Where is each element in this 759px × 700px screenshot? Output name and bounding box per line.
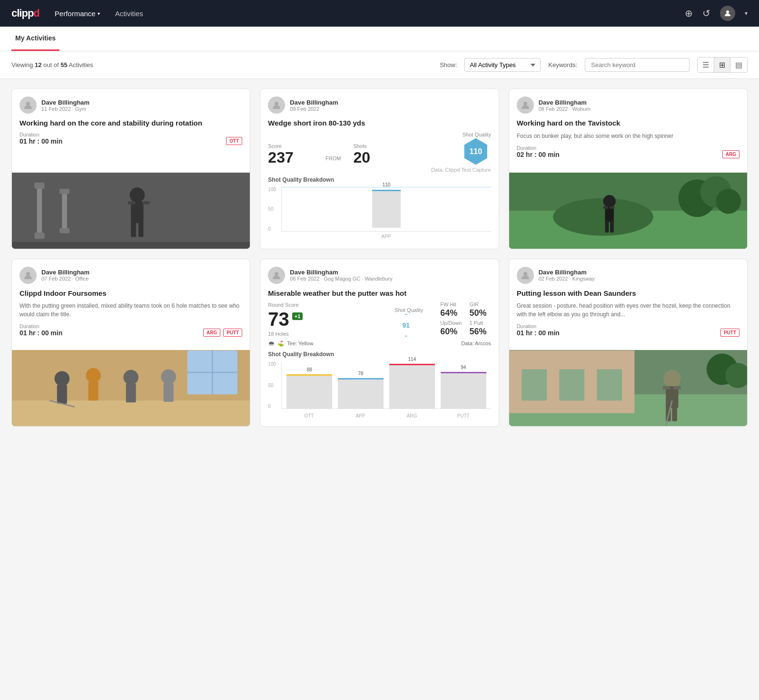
svg-rect-8 — [59, 228, 69, 233]
avatar — [517, 267, 534, 284]
card-date: 11 Feb 2022 · Gym — [41, 106, 89, 112]
gir-label: GIR — [469, 301, 491, 307]
refresh-icon[interactable]: ↺ — [702, 8, 710, 19]
score-badge: +1 — [292, 312, 303, 320]
card-gym[interactable]: Dave Billingham 11 Feb 2022 · Gym Workin… — [11, 88, 250, 249]
filterbar: Viewing 12 out of 55 Activities Show: Al… — [0, 51, 759, 79]
gir-val: 50% — [469, 308, 491, 318]
card-title: Putting lesson with Dean Saunders — [517, 289, 739, 298]
nav-performance[interactable]: Performance ▾ — [55, 10, 100, 18]
card-desc: With the putting green installed, mixed … — [20, 301, 242, 319]
card-date: 07 Feb 2022 · Office — [41, 276, 89, 282]
score-value: 237 — [268, 150, 313, 165]
view-toggle: ☰ ⊞ ▤ — [697, 57, 748, 73]
shot-quality-hex: 91 — [394, 314, 417, 337]
card-wedge[interactable]: Dave Billingham 09 Feb 2022 Wedge short … — [260, 88, 499, 249]
svg-point-20 — [553, 198, 653, 235]
svg-rect-58 — [672, 406, 677, 421]
user-chevron-icon: ▾ — [745, 10, 748, 17]
navbar-right: ⊕ ↺ ▾ — [685, 6, 748, 21]
svg-rect-6 — [62, 192, 67, 229]
tag-putt: PUTT — [720, 329, 739, 337]
svg-rect-27 — [609, 206, 614, 208]
card-tags: ARG PUTT — [203, 329, 242, 337]
svg-point-46 — [523, 272, 527, 276]
data-source: Data: Arccos — [461, 340, 491, 346]
shots-label: Shots — [353, 143, 398, 149]
score-label: Score — [268, 143, 313, 149]
svg-rect-4 — [34, 182, 44, 188]
brand-logo[interactable]: clippd — [11, 7, 39, 19]
svg-rect-55 — [662, 386, 670, 389]
duration-value: 01 hr : 00 min — [20, 137, 62, 145]
breakdown-title: Shot Quality Breakdown — [268, 351, 491, 358]
user-avatar[interactable] — [720, 6, 735, 21]
svg-rect-14 — [138, 221, 144, 237]
svg-point-24 — [603, 195, 615, 207]
tee-icon: ⛳ — [277, 340, 284, 347]
svg-rect-50 — [522, 369, 547, 400]
duration-value: 02 hr : 00 min — [517, 151, 560, 158]
nav-activities[interactable]: Activities — [115, 10, 143, 18]
duration-value: 01 hr : 00 min — [20, 329, 62, 337]
svg-rect-32 — [12, 400, 250, 426]
card-user-name: Dave Billingham — [41, 99, 89, 106]
from-label: FROM — [325, 156, 341, 165]
card-user-name: Dave Billingham — [290, 99, 338, 106]
tag-putt: PUTT — [223, 329, 242, 337]
svg-rect-15 — [12, 242, 250, 248]
svg-rect-3 — [37, 185, 42, 235]
fw-hit-label: FW Hit — [440, 301, 462, 307]
svg-rect-36 — [89, 382, 99, 400]
grid-view-button[interactable]: ⊞ — [714, 58, 730, 72]
avatar — [517, 97, 534, 114]
tee-row: 🌧 ⛳ Tee: Yellow Data: Arccos — [268, 340, 491, 347]
svg-point-30 — [26, 272, 30, 276]
activity-count: Viewing 12 out of 55 Activities — [11, 61, 93, 68]
svg-rect-29 — [610, 220, 614, 232]
card-title: Miserable weather but the putter was hot — [268, 289, 491, 298]
menu-view-button[interactable]: ▤ — [730, 58, 747, 72]
duration-label: Duration — [20, 132, 62, 137]
add-icon[interactable]: ⊕ — [685, 8, 693, 19]
activity-type-select[interactable]: All Activity Types — [464, 58, 541, 72]
svg-rect-26 — [603, 206, 608, 208]
avatar — [20, 97, 37, 114]
tab-my-activities[interactable]: My Activities — [11, 27, 59, 51]
card-date: 02 Feb 2022 · Kingsway — [539, 276, 595, 282]
svg-point-53 — [663, 370, 681, 388]
search-input[interactable] — [585, 58, 690, 72]
card-tags: PUTT — [720, 329, 739, 337]
tag-arg: ARG — [722, 150, 739, 158]
svg-rect-10 — [131, 201, 143, 223]
card-round[interactable]: Dave Billingham 06 Feb 2022 · Gog Magog … — [260, 259, 499, 427]
holes-label: 18 Holes — [268, 331, 303, 337]
svg-rect-5 — [34, 233, 44, 239]
svg-rect-54 — [666, 386, 678, 408]
card-image-office — [12, 350, 250, 426]
tag-arg: ARG — [203, 329, 220, 337]
svg-point-37 — [123, 370, 138, 385]
svg-point-17 — [523, 102, 527, 106]
card-user-name: Dave Billingham — [41, 269, 89, 276]
card-desc: Focus on bunker play, but also some work… — [517, 132, 739, 140]
brand-name-d: d — [33, 7, 39, 19]
card-title: Clippd Indoor Foursomes — [20, 289, 242, 298]
card-tavistock[interactable]: Dave Billingham 08 Feb 2022 · Woburn Wor… — [509, 88, 748, 249]
svg-point-35 — [86, 368, 101, 383]
round-score-label: Round Score — [268, 302, 303, 308]
tag-ott: OTT — [226, 137, 242, 145]
card-foursomes[interactable]: Dave Billingham 07 Feb 2022 · Office Cli… — [11, 259, 250, 427]
svg-rect-13 — [131, 221, 136, 237]
card-putting-lesson[interactable]: Dave Billingham 02 Feb 2022 · Kingsway P… — [509, 259, 748, 427]
card-image-lesson — [509, 350, 747, 426]
svg-rect-51 — [559, 369, 584, 400]
list-view-button[interactable]: ☰ — [698, 58, 714, 72]
keywords-label: Keywords: — [548, 61, 577, 68]
card-user-name: Dave Billingham — [290, 269, 392, 276]
avatar — [268, 97, 285, 114]
svg-rect-40 — [164, 383, 174, 401]
svg-rect-12 — [142, 201, 150, 204]
breakdown-title: Shot Quality Breakdown — [268, 176, 491, 183]
duration-label: Duration — [517, 145, 560, 151]
